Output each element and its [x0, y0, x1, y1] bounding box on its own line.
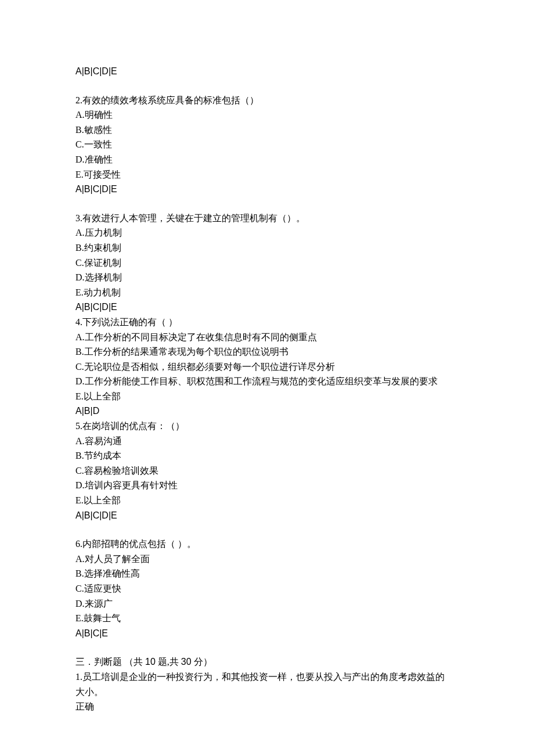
answer-text: A|B|D — [75, 404, 459, 419]
option-b: B.约束机制 — [75, 240, 459, 255]
option-e: E.以上全部 — [75, 493, 459, 508]
title-num-1: 10 — [145, 657, 156, 667]
option-b: B.选择准确性高 — [75, 566, 459, 581]
title-prefix: 三．判断题 （共 — [75, 657, 145, 667]
answer-text: A|B|C|E — [75, 626, 459, 641]
spacer — [75, 79, 459, 93]
answer-text: A|B|C|D|E — [75, 64, 459, 79]
question-2: 2.有效的绩效考核系统应具备的标准包括（） A.明确性 B.敏感性 C.一致性 … — [75, 93, 459, 197]
option-e: E.以上全部 — [75, 389, 459, 404]
option-d: D.培训内容更具有针对性 — [75, 478, 459, 493]
tf-stem-line-2: 大小。 — [75, 685, 459, 700]
question-4: 4.下列说法正确的有（ ） A.工作分析的不同目标决定了在收集信息时有不同的侧重… — [75, 315, 459, 419]
option-c: C.适应更快 — [75, 581, 459, 596]
section-title: 三．判断题 （共 10 题,共 30 分） — [75, 654, 459, 669]
section-3-header: 三．判断题 （共 10 题,共 30 分） — [75, 654, 459, 669]
option-e: E.鼓舞士气 — [75, 611, 459, 626]
question-3: 3.有效进行人本管理，关键在于建立的管理机制有（）。 A.压力机制 B.约束机制… — [75, 211, 459, 315]
spacer — [75, 640, 459, 654]
option-b: B.敏感性 — [75, 123, 459, 138]
question-1-trailing: A|B|C|D|E — [75, 64, 459, 79]
option-a: A.压力机制 — [75, 225, 459, 240]
option-d: D.准确性 — [75, 152, 459, 167]
question-stem: 5.在岗培训的优点有：（） — [75, 419, 459, 434]
question-5: 5.在岗培训的优点有：（） A.容易沟通 B.节约成本 C.容易检验培训效果 D… — [75, 419, 459, 523]
question-stem: 2.有效的绩效考核系统应具备的标准包括（） — [75, 93, 459, 108]
option-c: C.保证机制 — [75, 255, 459, 271]
option-d: D.来源广 — [75, 596, 459, 611]
answer-text: A|B|C|D|E — [75, 300, 459, 315]
spacer — [75, 523, 459, 537]
option-c: C.容易检验培训效果 — [75, 463, 459, 478]
question-stem: 4.下列说法正确的有（ ） — [75, 315, 459, 330]
question-6: 6.内部招聘的优点包括（ ）。 A.对人员了解全面 B.选择准确性高 C.适应更… — [75, 537, 459, 640]
tf-answer: 正确 — [75, 699, 459, 714]
option-e: E.可接受性 — [75, 167, 459, 182]
option-d: D.工作分析能使工作目标、职权范围和工作流程与规范的变化适应组织变革与发展的要求 — [75, 374, 459, 389]
option-a: A.对人员了解全面 — [75, 552, 459, 567]
tf-stem-line-1: 1.员工培训是企业的一种投资行为，和其他投资一样，也要从投入与产出的角度考虑效益… — [75, 669, 459, 685]
option-a: A.工作分析的不同目标决定了在收集信息时有不同的侧重点 — [75, 330, 459, 345]
option-a: A.明确性 — [75, 107, 459, 123]
answer-text: A|B|C|D|E — [75, 182, 459, 197]
tf-question-1: 1.员工培训是企业的一种投资行为，和其他投资一样，也要从投入与产出的角度考虑效益… — [75, 669, 459, 714]
option-c: C.无论职位是否相似，组织都必须要对每一个职位进行详尽分析 — [75, 359, 459, 375]
option-e: E.动力机制 — [75, 285, 459, 300]
option-d: D.选择机制 — [75, 270, 459, 285]
question-stem: 6.内部招聘的优点包括（ ）。 — [75, 537, 459, 552]
title-suffix: 分） — [192, 657, 212, 667]
option-b: B.工作分析的结果通常表现为每个职位的职位说明书 — [75, 344, 459, 359]
option-c: C.一致性 — [75, 137, 459, 152]
option-b: B.节约成本 — [75, 448, 459, 463]
title-num-2: 30 — [181, 657, 192, 667]
question-stem: 3.有效进行人本管理，关键在于建立的管理机制有（）。 — [75, 211, 459, 226]
title-mid: 题,共 — [156, 657, 181, 667]
option-a: A.容易沟通 — [75, 434, 459, 449]
spacer — [75, 197, 459, 211]
answer-text: A|B|C|D|E — [75, 508, 459, 523]
